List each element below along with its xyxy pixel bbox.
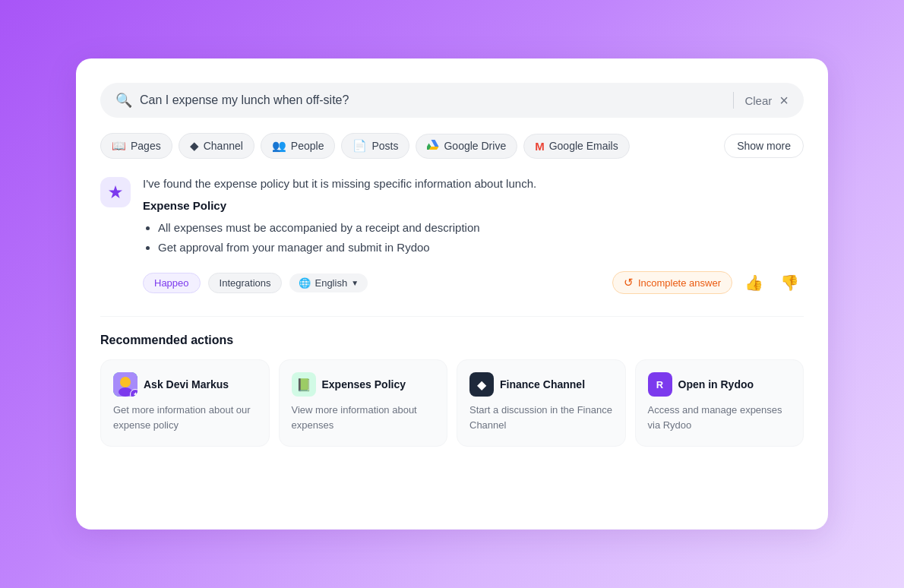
search-divider <box>733 92 734 109</box>
clear-button[interactable]: Clear <box>744 94 772 107</box>
filter-posts-label: Posts <box>371 140 398 152</box>
ai-answer-section: I've found the expense policy but it is … <box>100 177 804 295</box>
badge-overlay: ✦ <box>130 389 137 397</box>
filter-pages-label: Pages <box>131 140 161 152</box>
posts-icon: 📄 <box>352 139 367 153</box>
pages-icon: 📖 <box>112 139 126 153</box>
google-drive-icon <box>427 140 439 153</box>
recommended-cards: ✦ Ask Devi Markus Get more information a… <box>100 359 804 447</box>
thumbs-down-button[interactable]: 👎 <box>776 270 804 295</box>
filter-channel[interactable]: ◆ Channel <box>179 133 254 159</box>
recommended-section: Recommended actions ✦ <box>100 334 804 447</box>
ai-policy-list: All expenses must be accompanied by a re… <box>143 218 804 257</box>
rec-card-finance-channel[interactable]: ◆ Finance Channel Start a discussion in … <box>457 359 626 447</box>
gmail-icon: M <box>535 140 545 153</box>
policy-item-2: Get approval from your manager and submi… <box>158 238 804 258</box>
tag-happeo[interactable]: Happeo <box>143 273 201 293</box>
rec-card-title-rydoo: Open in Rydoo <box>678 378 754 390</box>
rec-card-desc-expenses: View more information about expenses <box>292 403 435 432</box>
show-more-button[interactable]: Show more <box>724 134 804 158</box>
search-icon: 🔍 <box>115 92 132 109</box>
incomplete-icon: ↺ <box>624 276 634 289</box>
ai-content: I've found the expense policy but it is … <box>143 177 804 295</box>
rec-card-title-expenses: Expenses Policy <box>322 378 406 390</box>
filter-posts[interactable]: 📄 Posts <box>341 133 409 159</box>
section-divider <box>100 316 804 317</box>
ask-prefix: Ask <box>144 378 166 390</box>
incomplete-label: Incomplete answer <box>638 277 721 289</box>
search-bar[interactable]: 🔍 Can I expense my lunch when off-site? … <box>100 83 804 118</box>
people-icon: 👥 <box>272 139 286 153</box>
expenses-policy-icon: 📗 <box>292 372 316 397</box>
policy-item-1: All expenses must be accompanied by a re… <box>158 218 804 238</box>
rydoo-icon: R <box>648 372 672 397</box>
rec-card-header-devi: ✦ Ask Devi Markus <box>113 372 257 397</box>
filter-google-emails[interactable]: M Google Emails <box>523 134 630 159</box>
ai-toolbar: Happeo Integrations 🌐 English ▼ ↺ Incomp… <box>143 270 804 295</box>
rec-card-header-finance: ◆ Finance Channel <box>469 372 613 397</box>
filter-emails-label: Google Emails <box>549 140 618 152</box>
language-label: English <box>315 277 347 289</box>
filter-people-label: People <box>291 140 324 152</box>
globe-icon: 🌐 <box>299 277 311 289</box>
rec-card-desc-finance: Start a discussion in the Finance Channe… <box>469 403 613 432</box>
filter-people[interactable]: 👥 People <box>261 133 336 159</box>
finance-channel-icon: ◆ <box>469 372 494 397</box>
filter-row: 📖 Pages ◆ Channel 👥 People 📄 Posts Googl… <box>100 133 804 159</box>
ai-policy-title: Expense Policy <box>143 199 804 212</box>
channel-icon: ◆ <box>190 139 199 153</box>
devi-avatar: ✦ <box>113 372 137 397</box>
rec-card-desc-rydoo: Access and manage expenses via Rydoo <box>648 403 792 432</box>
filter-gdrive-label: Google Drive <box>444 140 506 152</box>
close-button[interactable]: × <box>779 93 789 108</box>
tag-integrations[interactable]: Integrations <box>208 273 283 293</box>
filter-google-drive[interactable]: Google Drive <box>416 134 517 159</box>
language-selector[interactable]: 🌐 English ▼ <box>289 273 368 292</box>
main-card: 🔍 Can I expense my lunch when off-site? … <box>76 58 828 530</box>
rec-card-title-devi: Ask Devi Markus <box>144 378 229 390</box>
rec-card-desc-devi: Get more information about our expense p… <box>113 403 257 432</box>
chevron-down-icon: ▼ <box>351 279 359 287</box>
ai-avatar <box>100 177 131 207</box>
filter-channel-label: Channel <box>204 140 243 152</box>
show-more-label: Show more <box>737 140 791 152</box>
rec-card-ask-devi[interactable]: ✦ Ask Devi Markus Get more information a… <box>100 359 270 447</box>
recommended-title: Recommended actions <box>100 334 804 347</box>
svg-point-1 <box>120 377 131 387</box>
thumbs-up-button[interactable]: 👍 <box>740 270 768 295</box>
search-query-text: Can I expense my lunch when off-site? <box>140 93 722 107</box>
ai-intro-text: I've found the expense policy but it is … <box>143 177 804 190</box>
rec-card-rydoo[interactable]: R Open in Rydoo Access and manage expens… <box>635 359 804 447</box>
rec-card-expenses-policy[interactable]: 📗 Expenses Policy View more information … <box>279 359 448 447</box>
devi-name: Devi Markus <box>166 378 229 390</box>
incomplete-badge: ↺ Incomplete answer <box>612 271 732 294</box>
rec-card-header-expenses: 📗 Expenses Policy <box>292 372 435 397</box>
filter-pages[interactable]: 📖 Pages <box>100 133 172 159</box>
rec-card-header-rydoo: R Open in Rydoo <box>648 372 792 397</box>
rec-card-title-finance: Finance Channel <box>500 378 585 390</box>
